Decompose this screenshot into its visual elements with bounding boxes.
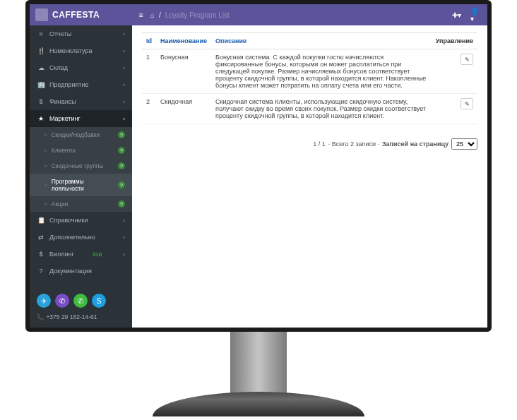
nav-label: Документация: [49, 268, 92, 275]
brand-name: CAFFESTA: [52, 10, 100, 20]
chevron-left-icon: ‹: [123, 65, 125, 71]
sub-label: Скидки/Надбавки: [52, 131, 100, 138]
bullet-icon: »: [44, 147, 47, 154]
edit-button[interactable]: ✎: [460, 54, 473, 65]
nav-nomenclature[interactable]: 🍴 Номенклатура ‹: [30, 42, 132, 59]
bullet-icon: »: [44, 181, 47, 188]
chevron-left-icon: ‹: [123, 217, 125, 224]
col-name[interactable]: Наименование: [156, 33, 211, 49]
nav-additional[interactable]: ⇄ Дополнительно ‹: [30, 229, 132, 246]
cloud-icon: ☁: [37, 64, 45, 71]
breadcrumb-current: Loyalty Program List: [165, 11, 230, 19]
chevron-left-icon: ‹: [123, 99, 125, 105]
dollar-icon: $: [37, 251, 45, 258]
help-icon[interactable]: ?: [118, 162, 125, 169]
main-content: Id Наименование Описание Управление 1 Бо…: [132, 25, 487, 328]
sub-label: Скидочные группы: [52, 162, 104, 169]
viber-icon[interactable]: ✆: [55, 294, 69, 308]
skype-icon[interactable]: S: [92, 294, 106, 308]
nav-billing[interactable]: $ Биллинг 316 ‹: [30, 246, 132, 263]
help-icon[interactable]: ?: [118, 147, 125, 154]
cell-desc: Бонусная система. С каждой покупки гостю…: [211, 49, 432, 94]
nav-reports[interactable]: ≡ Отчеты ‹: [30, 25, 132, 42]
cell-name: Бонусная: [156, 49, 211, 94]
per-page-label: Записей на страницу: [382, 140, 448, 148]
nav-label: Отчеты: [49, 30, 71, 37]
nav-label: Маркетинг: [49, 115, 81, 122]
sub-discounts[interactable]: » Скидки/Надбавки ?: [30, 127, 132, 143]
table-row: 1 Бонусная Бонусная система. С каждой по…: [142, 49, 477, 94]
sub-label: Клиенты: [52, 147, 76, 154]
col-desc[interactable]: Описание: [211, 33, 432, 49]
whatsapp-icon[interactable]: ✆: [73, 294, 88, 308]
cell-id: 2: [142, 94, 156, 124]
sub-discount-groups[interactable]: » Скидочные группы ?: [30, 158, 132, 174]
app-logo-icon: [35, 8, 48, 21]
contact-phone: 📞 +375 29 182-14-61: [37, 313, 125, 320]
nav-marketing[interactable]: ★ Маркетинг ‹: [30, 110, 132, 127]
chevron-left-icon: ‹: [123, 234, 125, 241]
page-indicator: 1 / 1: [313, 140, 326, 148]
sub-clients[interactable]: » Клиенты ?: [30, 143, 132, 158]
nav-warehouse[interactable]: ☁ Склад ‹: [30, 59, 132, 76]
billing-count: 316: [93, 251, 102, 258]
nav-documentation[interactable]: ? Документация: [30, 263, 132, 280]
col-manage: Управление: [432, 33, 477, 49]
col-id[interactable]: Id: [142, 33, 156, 49]
help-icon[interactable]: ?: [118, 200, 125, 208]
building-icon: 🏢: [37, 81, 45, 88]
nav-enterprise[interactable]: 🏢 Предприятие ‹: [30, 76, 132, 93]
phone-number: +375 29 182-14-61: [46, 313, 97, 320]
help-icon[interactable]: ?: [118, 131, 125, 138]
breadcrumb-sep: /: [159, 11, 161, 19]
fork-icon: 🍴: [37, 47, 45, 54]
topbar: CAFFESTA ≡ ⌂ / Loyalty Program List ✚▾ 👤…: [30, 4, 487, 25]
loyalty-table: Id Наименование Описание Управление 1 Бо…: [142, 32, 477, 124]
per-page-select[interactable]: 25: [451, 138, 477, 150]
chart-icon: ≡: [37, 30, 45, 37]
home-icon[interactable]: ⌂: [150, 11, 155, 19]
question-icon: ?: [37, 268, 45, 275]
cell-id: 1: [142, 49, 156, 94]
bullet-icon: »: [44, 131, 47, 138]
monitor-stand: [153, 332, 364, 420]
chevron-left-icon: ‹: [123, 251, 125, 258]
pager-total: · Всего 2 записи ·: [328, 140, 379, 148]
star-icon: ★: [37, 115, 45, 122]
sub-label: Программы лояльности: [52, 178, 118, 192]
sub-promotions[interactable]: » Акции ?: [30, 196, 132, 212]
bullet-icon: »: [44, 162, 47, 169]
nav-label: Справочники: [49, 217, 88, 224]
edit-button[interactable]: ✎: [460, 98, 473, 109]
help-icon[interactable]: ?: [118, 181, 125, 188]
sidebar: ≡ Отчеты ‹ 🍴 Номенклатура ‹ ☁ Склад ‹: [30, 25, 132, 328]
chevron-left-icon: ‹: [123, 116, 125, 122]
list-icon: 📋: [37, 217, 45, 224]
table-row: 2 Скидочная Скидочная система Клиенты, и…: [142, 94, 477, 124]
nav-directories[interactable]: 📋 Справочники ‹: [30, 212, 132, 229]
nav-finance[interactable]: $ Финансы ‹: [30, 93, 132, 110]
nav-label: Дополнительно: [49, 234, 95, 241]
nav-label: Биллинг: [49, 251, 74, 258]
add-icon[interactable]: ✚▾: [451, 9, 462, 20]
sub-loyalty-programs[interactable]: » Программы лояльности ?: [30, 174, 132, 196]
logo-area: CAFFESTA: [35, 8, 132, 21]
nav-label: Номенклатура: [49, 47, 92, 54]
nav-label: Финансы: [49, 98, 76, 105]
cell-name: Скидочная: [156, 94, 211, 124]
dollar-icon: $: [37, 98, 45, 105]
sub-label: Акции: [52, 200, 69, 208]
menu-toggle-icon[interactable]: ≡: [139, 11, 143, 19]
chevron-left-icon: ‹: [123, 82, 125, 88]
cell-desc: Скидочная система Клиенты, использующие …: [211, 94, 432, 124]
telegram-icon[interactable]: ✈: [37, 294, 51, 308]
sidebar-footer: ✈ ✆ ✆ S 📞 +375 29 182-14-61: [30, 287, 132, 328]
bullet-icon: »: [44, 200, 47, 208]
user-icon[interactable]: 👤▾: [470, 9, 482, 20]
chevron-left-icon: ‹: [123, 31, 125, 37]
nav-label: Склад: [49, 64, 68, 71]
nav-label: Предприятие: [49, 81, 88, 88]
swap-icon: ⇄: [37, 234, 45, 241]
pagination: 1 / 1 · Всего 2 записи · Записей на стра…: [142, 138, 477, 150]
breadcrumb: ⌂ / Loyalty Program List: [150, 11, 230, 19]
